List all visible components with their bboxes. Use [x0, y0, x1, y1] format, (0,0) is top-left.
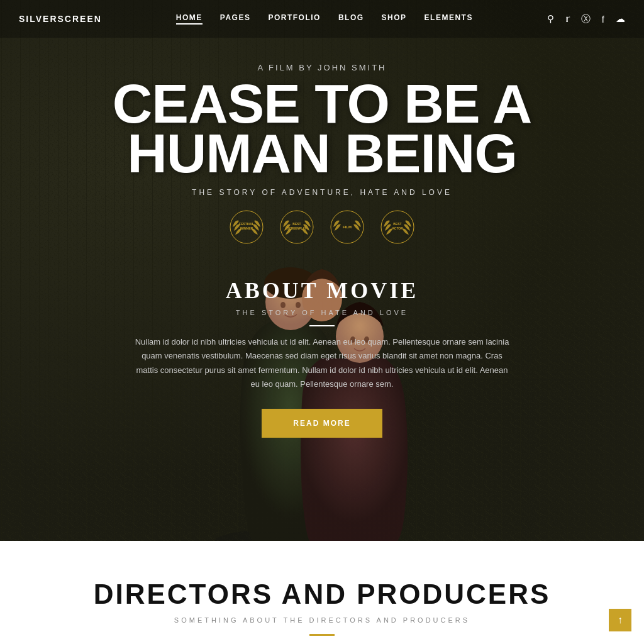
scroll-top-button[interactable]: ↑ [609, 609, 631, 631]
directors-subtitle: SOMETHING ABOUT THE DIRECTORS AND PRODUC… [19, 616, 625, 624]
nav-portfolio[interactable]: PORTFOLIO [268, 13, 321, 25]
directors-title: DIRECTORS AND PRODUCERS [19, 579, 625, 610]
awards-row: FESTIVAL WINNER BEST SCREENPLAY [14, 208, 630, 246]
directors-section: DIRECTORS AND PRODUCERS SOMETHING ABOUT … [0, 541, 644, 644]
award-best-screenplay: BEST SCREENPLAY [278, 208, 316, 246]
site-logo[interactable]: SILVERSCREEN [19, 14, 102, 24]
read-more-button[interactable]: READ MORE [262, 409, 382, 438]
hero-section: A FILM BY JOHN SMITH CEASE TO BE A HUMAN… [0, 0, 644, 541]
about-title: ABOUT MOVIE [133, 277, 511, 304]
pinterest-icon[interactable]: Ⓧ [581, 13, 591, 25]
directors-divider [309, 634, 335, 636]
svg-text:FILM: FILM [343, 225, 352, 229]
about-subtitle: THE STORY OF HATE AND LOVE [133, 309, 511, 316]
film-title: CEASE TO BE A HUMAN BEING [14, 79, 630, 178]
hero-text-content: A FILM BY JOHN SMITH CEASE TO BE A HUMAN… [14, 63, 630, 246]
award-best-actor: BEST ACTOR [379, 208, 416, 246]
about-body-text: Nullam id dolor id nibh ultricies vehicu… [133, 335, 511, 391]
social-icons: ⚲ 𝕣 Ⓧ f ☁ [547, 13, 625, 25]
award-film: FILM [328, 208, 366, 246]
twitter-icon[interactable]: 𝕣 [565, 13, 570, 25]
site-header: SILVERSCREEN HOME PAGES PORTFOLIO BLOG S… [0, 0, 644, 38]
facebook-icon[interactable]: f [602, 14, 604, 25]
svg-text:SCREENPLAY: SCREENPLAY [287, 227, 306, 230]
award-festival-winner: FESTIVAL WINNER [228, 208, 265, 246]
nav-blog[interactable]: BLOG [338, 13, 364, 25]
main-nav: HOME PAGES PORTFOLIO BLOG SHOP ELEMENTS [176, 13, 473, 25]
film-subtitle: THE STORY OF ADVENTURE, HATE AND LOVE [14, 188, 630, 197]
nav-elements[interactable]: ELEMENTS [425, 13, 473, 25]
about-divider [309, 325, 335, 326]
search-icon[interactable]: ⚲ [547, 13, 554, 25]
svg-text:BEST: BEST [292, 222, 301, 226]
svg-text:ACTOR: ACTOR [392, 226, 403, 230]
about-movie-section: ABOUT MOVIE THE STORY OF HATE AND LOVE N… [133, 277, 511, 437]
svg-text:WINNER: WINNER [240, 226, 253, 230]
nav-pages[interactable]: PAGES [220, 13, 251, 25]
film-by-text: A FILM BY JOHN SMITH [14, 63, 630, 72]
nav-home[interactable]: HOME [176, 13, 203, 25]
nav-shop[interactable]: SHOP [382, 13, 407, 25]
svg-text:BEST: BEST [393, 222, 401, 226]
svg-text:FESTIVAL: FESTIVAL [239, 222, 254, 226]
instagram-icon[interactable]: ☁ [616, 13, 625, 25]
